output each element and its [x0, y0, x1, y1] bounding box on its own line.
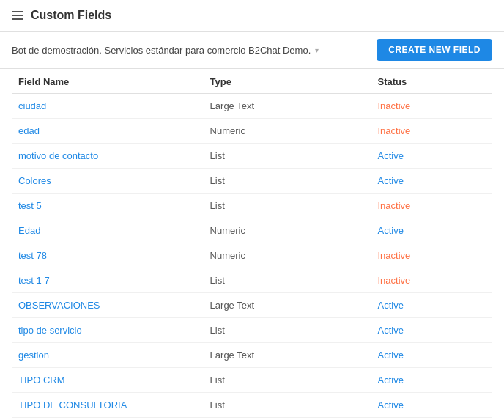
- field-type-cell: List: [204, 268, 372, 293]
- field-type-cell: Numeric: [204, 218, 372, 243]
- field-status-cell: Inactive: [371, 194, 492, 218]
- field-name-cell[interactable]: TIPO CRM: [12, 368, 204, 393]
- field-type-cell: List: [204, 368, 372, 393]
- bot-label: Bot de demostración. Servicios estándar …: [12, 45, 311, 56]
- field-status-cell: Active: [371, 393, 492, 418]
- field-status-cell: Inactive: [371, 119, 492, 144]
- field-type-cell: Numeric: [204, 119, 372, 144]
- field-status-cell: Active: [371, 418, 492, 421]
- table-row[interactable]: EdadNumericActive: [12, 218, 492, 243]
- field-status-cell: Active: [371, 343, 492, 368]
- field-type-cell: Large Text: [204, 343, 372, 368]
- table-row[interactable]: TIPO DE NEGOCIOListActive: [12, 418, 492, 421]
- field-type-cell: List: [204, 393, 372, 418]
- field-type-cell: Large Text: [204, 293, 372, 318]
- field-name-cell[interactable]: gestion: [12, 343, 204, 368]
- table-row[interactable]: TIPO CRMListActive: [12, 368, 492, 393]
- field-status-cell: Active: [371, 144, 492, 169]
- dropdown-arrow-icon: ▾: [315, 46, 319, 54]
- table-row[interactable]: ColoresListActive: [12, 169, 492, 194]
- field-status-cell: Inactive: [371, 94, 492, 119]
- field-name-cell[interactable]: Edad: [12, 218, 204, 243]
- menu-icon[interactable]: [12, 11, 23, 20]
- table-header: Field Name Type Status: [12, 69, 492, 94]
- field-type-cell: Large Text: [204, 94, 372, 119]
- field-type-cell: List: [204, 169, 372, 194]
- field-status-cell: Inactive: [371, 268, 492, 293]
- field-status-cell: Active: [371, 318, 492, 343]
- field-name-cell[interactable]: OBSERVACIONES: [12, 293, 204, 318]
- field-status-cell: Active: [371, 169, 492, 194]
- table-row[interactable]: motivo de contactoListActive: [12, 144, 492, 169]
- field-name-cell[interactable]: tipo de servicio: [12, 318, 204, 343]
- field-type-cell: List: [204, 194, 372, 218]
- table-row[interactable]: OBSERVACIONESLarge TextActive: [12, 293, 492, 318]
- table-row[interactable]: gestionLarge TextActive: [12, 343, 492, 368]
- table-row[interactable]: edadNumericInactive: [12, 119, 492, 144]
- field-name-cell[interactable]: test 1 7: [12, 268, 204, 293]
- field-name-cell[interactable]: test 5: [12, 194, 204, 218]
- table-row[interactable]: test 5ListInactive: [12, 194, 492, 218]
- table-row[interactable]: ciudadLarge TextInactive: [12, 94, 492, 119]
- field-name-cell[interactable]: motivo de contacto: [12, 144, 204, 169]
- create-new-field-button[interactable]: CREATE NEW FIELD: [377, 39, 492, 61]
- field-type-cell: List: [204, 418, 372, 421]
- field-name-cell[interactable]: Colores: [12, 169, 204, 194]
- field-name-cell[interactable]: TIPO DE CONSULTORIA: [12, 393, 204, 418]
- field-status-cell: Active: [371, 368, 492, 393]
- field-status-cell: Inactive: [371, 243, 492, 268]
- field-name-cell[interactable]: edad: [12, 119, 204, 144]
- field-name-cell[interactable]: TIPO DE NEGOCIO: [12, 418, 204, 421]
- column-header-type: Type: [204, 69, 372, 94]
- table-row[interactable]: tipo de servicioListActive: [12, 318, 492, 343]
- page-title: Custom Fields: [31, 9, 111, 22]
- page-header: Custom Fields: [0, 0, 504, 32]
- bot-selector[interactable]: Bot de demostración. Servicios estándar …: [12, 45, 319, 56]
- field-type-cell: List: [204, 318, 372, 343]
- field-status-cell: Active: [371, 293, 492, 318]
- field-status-cell: Active: [371, 218, 492, 243]
- table-row[interactable]: test 78NumericInactive: [12, 243, 492, 268]
- field-type-cell: Numeric: [204, 243, 372, 268]
- custom-fields-table-container: Field Name Type Status ciudadLarge TextI…: [0, 69, 504, 420]
- toolbar: Bot de demostración. Servicios estándar …: [0, 32, 504, 69]
- field-type-cell: List: [204, 144, 372, 169]
- column-header-field-name: Field Name: [12, 69, 204, 94]
- column-header-status: Status: [371, 69, 492, 94]
- table-body: ciudadLarge TextInactiveedadNumericInact…: [12, 94, 492, 421]
- custom-fields-table: Field Name Type Status ciudadLarge TextI…: [12, 69, 492, 420]
- field-name-cell[interactable]: test 78: [12, 243, 204, 268]
- table-row[interactable]: test 1 7ListInactive: [12, 268, 492, 293]
- table-row[interactable]: TIPO DE CONSULTORIAListActive: [12, 393, 492, 418]
- field-name-cell[interactable]: ciudad: [12, 94, 204, 119]
